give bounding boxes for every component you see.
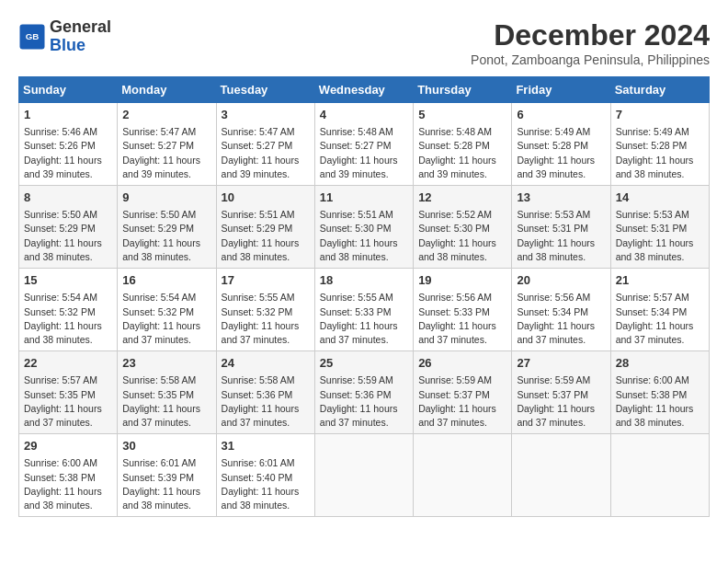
calendar-cell: 7Sunrise: 5:49 AM Sunset: 5:28 PM Daylig… [610, 103, 709, 186]
calendar-cell: 30Sunrise: 6:01 AM Sunset: 5:39 PM Dayli… [118, 434, 216, 517]
calendar-cell: 1Sunrise: 5:46 AM Sunset: 5:26 PM Daylig… [19, 103, 118, 186]
header: GB General Blue December 2024 Ponot, Zam… [18, 18, 710, 67]
calendar-cell: 13Sunrise: 5:53 AM Sunset: 5:31 PM Dayli… [512, 186, 610, 269]
day-info: Sunrise: 6:00 AM Sunset: 5:38 PM Dayligh… [24, 456, 112, 512]
calendar-cell: 29Sunrise: 6:00 AM Sunset: 5:38 PM Dayli… [19, 434, 118, 517]
day-info: Sunrise: 5:49 AM Sunset: 5:28 PM Dayligh… [616, 125, 704, 181]
day-number: 23 [122, 355, 210, 372]
calendar-cell: 5Sunrise: 5:48 AM Sunset: 5:28 PM Daylig… [414, 103, 512, 186]
day-info: Sunrise: 5:47 AM Sunset: 5:27 PM Dayligh… [222, 125, 310, 181]
day-number: 30 [122, 438, 210, 454]
day-info: Sunrise: 5:56 AM Sunset: 5:33 PM Dayligh… [418, 291, 506, 347]
day-number: 4 [320, 107, 408, 123]
day-number: 29 [24, 438, 112, 454]
logo-line2: Blue [50, 37, 111, 55]
col-header-saturday: Saturday [610, 77, 709, 103]
day-number: 6 [517, 107, 605, 123]
calendar-cell [314, 434, 413, 517]
col-header-friday: Friday [512, 77, 610, 103]
calendar-cell: 10Sunrise: 5:51 AM Sunset: 5:29 PM Dayli… [216, 186, 314, 269]
calendar-cell: 16Sunrise: 5:54 AM Sunset: 5:32 PM Dayli… [118, 269, 216, 351]
calendar-cell: 18Sunrise: 5:55 AM Sunset: 5:33 PM Dayli… [314, 269, 413, 351]
day-info: Sunrise: 5:46 AM Sunset: 5:26 PM Dayligh… [24, 125, 112, 181]
calendar-cell: 12Sunrise: 5:52 AM Sunset: 5:30 PM Dayli… [414, 186, 512, 269]
calendar-cell [610, 434, 709, 517]
day-number: 22 [24, 355, 112, 372]
location: Ponot, Zamboanga Peninsula, Philippines [471, 52, 710, 67]
day-info: Sunrise: 6:00 AM Sunset: 5:38 PM Dayligh… [616, 373, 704, 430]
header-row: SundayMondayTuesdayWednesdayThursdayFrid… [19, 77, 710, 103]
day-info: Sunrise: 5:50 AM Sunset: 5:29 PM Dayligh… [24, 208, 112, 264]
day-number: 26 [418, 355, 506, 372]
svg-text:GB: GB [26, 31, 40, 41]
day-info: Sunrise: 5:55 AM Sunset: 5:33 PM Dayligh… [320, 291, 408, 347]
title-area: December 2024 Ponot, Zamboanga Peninsula… [471, 18, 710, 67]
day-number: 1 [24, 107, 112, 123]
calendar-cell: 17Sunrise: 5:55 AM Sunset: 5:32 PM Dayli… [216, 269, 314, 351]
col-header-sunday: Sunday [19, 77, 118, 103]
day-info: Sunrise: 5:58 AM Sunset: 5:35 PM Dayligh… [122, 373, 210, 430]
day-info: Sunrise: 5:55 AM Sunset: 5:32 PM Dayligh… [222, 291, 310, 347]
logo: GB General Blue [18, 18, 111, 55]
day-number: 13 [517, 190, 605, 206]
month-year: December 2024 [471, 18, 710, 52]
day-number: 15 [24, 272, 112, 289]
day-info: Sunrise: 5:57 AM Sunset: 5:35 PM Dayligh… [24, 373, 112, 430]
calendar-cell: 15Sunrise: 5:54 AM Sunset: 5:32 PM Dayli… [19, 269, 118, 351]
calendar-cell: 4Sunrise: 5:48 AM Sunset: 5:27 PM Daylig… [314, 103, 413, 186]
col-header-tuesday: Tuesday [216, 77, 314, 103]
day-info: Sunrise: 5:49 AM Sunset: 5:28 PM Dayligh… [517, 125, 605, 181]
day-number: 19 [418, 272, 506, 289]
day-info: Sunrise: 5:54 AM Sunset: 5:32 PM Dayligh… [24, 291, 112, 347]
day-info: Sunrise: 6:01 AM Sunset: 5:39 PM Dayligh… [122, 456, 210, 512]
calendar-table: SundayMondayTuesdayWednesdayThursdayFrid… [18, 76, 710, 517]
calendar-cell: 28Sunrise: 6:00 AM Sunset: 5:38 PM Dayli… [610, 351, 709, 434]
day-info: Sunrise: 6:01 AM Sunset: 5:40 PM Dayligh… [222, 456, 310, 512]
day-info: Sunrise: 5:52 AM Sunset: 5:30 PM Dayligh… [418, 208, 506, 264]
day-info: Sunrise: 5:51 AM Sunset: 5:29 PM Dayligh… [222, 208, 310, 264]
day-number: 20 [517, 272, 605, 289]
day-number: 17 [222, 272, 310, 289]
calendar-cell: 24Sunrise: 5:58 AM Sunset: 5:36 PM Dayli… [216, 351, 314, 434]
day-number: 2 [122, 107, 210, 123]
day-number: 25 [320, 355, 408, 372]
day-info: Sunrise: 5:56 AM Sunset: 5:34 PM Dayligh… [517, 291, 605, 347]
day-number: 8 [24, 190, 112, 206]
day-number: 11 [320, 190, 408, 206]
week-row: 22Sunrise: 5:57 AM Sunset: 5:35 PM Dayli… [19, 351, 710, 434]
calendar-cell: 23Sunrise: 5:58 AM Sunset: 5:35 PM Dayli… [118, 351, 216, 434]
calendar-cell: 2Sunrise: 5:47 AM Sunset: 5:27 PM Daylig… [118, 103, 216, 186]
day-info: Sunrise: 5:50 AM Sunset: 5:29 PM Dayligh… [122, 208, 210, 264]
day-info: Sunrise: 5:58 AM Sunset: 5:36 PM Dayligh… [222, 373, 310, 430]
day-number: 14 [616, 190, 704, 206]
calendar-cell: 3Sunrise: 5:47 AM Sunset: 5:27 PM Daylig… [216, 103, 314, 186]
day-info: Sunrise: 5:48 AM Sunset: 5:27 PM Dayligh… [320, 125, 408, 181]
day-number: 27 [517, 355, 605, 372]
day-number: 3 [222, 107, 310, 123]
day-number: 16 [122, 272, 210, 289]
calendar-cell: 6Sunrise: 5:49 AM Sunset: 5:28 PM Daylig… [512, 103, 610, 186]
day-number: 31 [222, 438, 310, 454]
calendar-cell: 20Sunrise: 5:56 AM Sunset: 5:34 PM Dayli… [512, 269, 610, 351]
day-info: Sunrise: 5:48 AM Sunset: 5:28 PM Dayligh… [418, 125, 506, 181]
calendar-cell [414, 434, 512, 517]
calendar-cell: 26Sunrise: 5:59 AM Sunset: 5:37 PM Dayli… [414, 351, 512, 434]
day-info: Sunrise: 5:47 AM Sunset: 5:27 PM Dayligh… [122, 125, 210, 181]
day-number: 28 [616, 355, 704, 372]
calendar-cell: 31Sunrise: 6:01 AM Sunset: 5:40 PM Dayli… [216, 434, 314, 517]
calendar-cell: 22Sunrise: 5:57 AM Sunset: 5:35 PM Dayli… [19, 351, 118, 434]
day-info: Sunrise: 5:51 AM Sunset: 5:30 PM Dayligh… [320, 208, 408, 264]
week-row: 29Sunrise: 6:00 AM Sunset: 5:38 PM Dayli… [19, 434, 710, 517]
calendar-cell: 27Sunrise: 5:59 AM Sunset: 5:37 PM Dayli… [512, 351, 610, 434]
calendar-cell [512, 434, 610, 517]
logo-icon: GB [18, 23, 46, 51]
day-number: 9 [122, 190, 210, 206]
day-info: Sunrise: 5:53 AM Sunset: 5:31 PM Dayligh… [616, 208, 704, 264]
week-row: 1Sunrise: 5:46 AM Sunset: 5:26 PM Daylig… [19, 103, 710, 186]
day-number: 18 [320, 272, 408, 289]
calendar-cell: 9Sunrise: 5:50 AM Sunset: 5:29 PM Daylig… [118, 186, 216, 269]
col-header-monday: Monday [118, 77, 216, 103]
day-info: Sunrise: 5:57 AM Sunset: 5:34 PM Dayligh… [616, 291, 704, 347]
day-number: 24 [222, 355, 310, 372]
logo-line1: General [50, 18, 111, 37]
